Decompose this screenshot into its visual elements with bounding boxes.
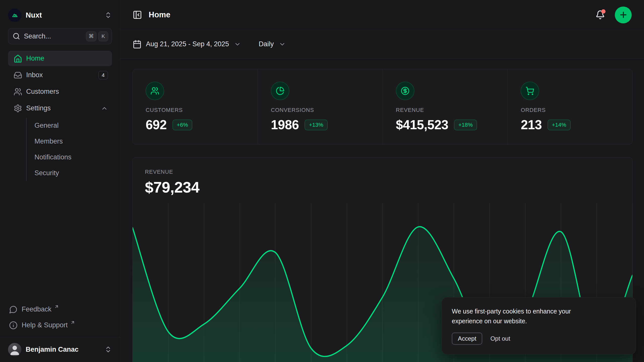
chevron-down-icon <box>234 41 241 48</box>
stat-label: CUSTOMERS <box>146 107 253 113</box>
sidebar-item-members[interactable]: Members <box>34 133 112 149</box>
stats-row: CUSTOMERS 692 +6% CONVERSIONS 1986 +13% <box>132 69 633 145</box>
help-support-link[interactable]: Help & Support <box>8 317 112 333</box>
kbd-cmd: ⌘ <box>86 31 96 41</box>
feedback-label: Feedback <box>22 305 52 313</box>
stat-card-revenue[interactable]: REVENUE $415,523 +18% <box>383 69 508 144</box>
sidebar-item-label: Customers <box>26 88 59 96</box>
sidebar: Nuxt Search... ⌘ K Home <box>0 0 120 362</box>
chevrons-up-down-icon <box>104 346 112 353</box>
date-range-picker[interactable]: Aug 21, 2025 - Sep 4, 2025 <box>133 40 241 49</box>
chevron-up-icon <box>101 105 108 112</box>
notifications-button[interactable] <box>595 9 606 20</box>
kbd-k: K <box>98 31 108 41</box>
stat-card-conversions[interactable]: CONVERSIONS 1986 +13% <box>258 69 383 144</box>
inbox-icon <box>14 71 22 79</box>
sidebar-item-security[interactable]: Security <box>34 165 112 181</box>
sidebar-item-notifications[interactable]: Notifications <box>34 149 112 165</box>
stat-value: $415,523 <box>396 117 449 132</box>
stat-value: 213 <box>521 117 542 132</box>
cookie-message: We use first-party cookies to enhance yo… <box>452 306 603 326</box>
home-icon <box>14 54 22 63</box>
search-placeholder: Search... <box>24 32 51 40</box>
stat-card-customers[interactable]: CUSTOMERS 692 +6% <box>133 69 258 144</box>
revenue-chart-label: REVENUE <box>145 169 632 175</box>
nuxt-logo-icon <box>8 9 21 22</box>
external-link-icon <box>70 320 75 325</box>
dollar-circle-icon <box>396 82 414 100</box>
chevrons-up-down-icon <box>104 11 112 19</box>
stat-label: ORDERS <box>521 107 627 113</box>
chat-bubble-icon <box>9 305 18 314</box>
plus-icon <box>619 10 628 19</box>
settings-subnav: General Members Notifications Security <box>26 118 112 181</box>
stat-label: REVENUE <box>396 107 503 113</box>
sidebar-collapse-icon[interactable] <box>133 10 142 20</box>
subnav-label: Members <box>34 138 63 145</box>
users-icon <box>146 82 164 100</box>
feedback-link[interactable]: Feedback <box>8 301 112 317</box>
granularity-select[interactable]: Daily <box>259 40 286 48</box>
sidebar-item-label: Settings <box>26 104 51 112</box>
team-switcher[interactable]: Nuxt <box>0 0 120 23</box>
stat-value: 1986 <box>271 117 299 132</box>
calendar-icon <box>133 40 142 49</box>
revenue-chart-value: $79,234 <box>145 178 632 196</box>
user-name: Benjamin Canac <box>26 346 78 353</box>
sidebar-item-settings[interactable]: Settings <box>8 101 112 116</box>
page-title: Home <box>149 10 170 19</box>
user-avatar <box>8 343 21 356</box>
subnav-label: Security <box>34 169 59 177</box>
help-support-label: Help & Support <box>22 321 68 329</box>
chevron-down-icon <box>279 41 286 48</box>
inbox-count-badge: 4 <box>98 71 108 79</box>
stat-change-badge: +14% <box>548 120 571 130</box>
stat-value: 692 <box>146 117 167 132</box>
sidebar-nav: Home Inbox 4 Customers <box>0 51 120 181</box>
stat-change-badge: +13% <box>305 120 328 130</box>
sidebar-item-inbox[interactable]: Inbox 4 <box>8 67 112 83</box>
subnav-label: Notifications <box>34 153 71 161</box>
sidebar-user-section: Benjamin Canac <box>0 337 120 362</box>
date-range-label: Aug 21, 2025 - Sep 4, 2025 <box>146 40 229 48</box>
subnav-label: General <box>34 122 59 129</box>
stat-change-badge: +6% <box>173 120 192 130</box>
notification-dot <box>601 9 606 14</box>
sidebar-item-home[interactable]: Home <box>8 51 112 66</box>
info-icon <box>9 321 18 330</box>
stat-card-orders[interactable]: ORDERS 213 +14% <box>507 69 632 144</box>
header-actions <box>595 7 632 23</box>
filter-toolbar: Aug 21, 2025 - Sep 4, 2025 Daily <box>120 30 644 59</box>
cookie-optout-button[interactable]: Opt out <box>490 335 510 342</box>
cookie-accept-button[interactable]: Accept <box>452 333 482 345</box>
users-icon <box>14 87 22 96</box>
user-menu[interactable]: Benjamin Canac <box>8 341 112 358</box>
add-button[interactable] <box>615 7 632 23</box>
stat-label: CONVERSIONS <box>271 107 378 113</box>
sidebar-footer-links: Feedback Help & Support <box>0 301 120 337</box>
team-name: Nuxt <box>26 11 42 19</box>
gear-icon <box>14 104 22 113</box>
stat-change-badge: +18% <box>454 120 477 130</box>
cookie-banner: We use first-party cookies to enhance yo… <box>441 297 636 354</box>
sidebar-item-general[interactable]: General <box>34 118 112 133</box>
granularity-label: Daily <box>259 40 274 48</box>
search-icon <box>13 32 20 40</box>
page-header: Home <box>120 0 644 30</box>
search-input[interactable]: Search... ⌘ K <box>8 28 112 44</box>
sidebar-item-label: Home <box>26 55 44 62</box>
sidebar-item-customers[interactable]: Customers <box>8 84 112 99</box>
search-shortcut: ⌘ K <box>86 31 108 41</box>
external-link-icon <box>54 304 59 309</box>
sidebar-spacer <box>0 181 120 301</box>
sidebar-item-label: Inbox <box>26 71 43 79</box>
pie-chart-icon <box>271 82 289 100</box>
shopping-cart-icon <box>521 82 539 100</box>
